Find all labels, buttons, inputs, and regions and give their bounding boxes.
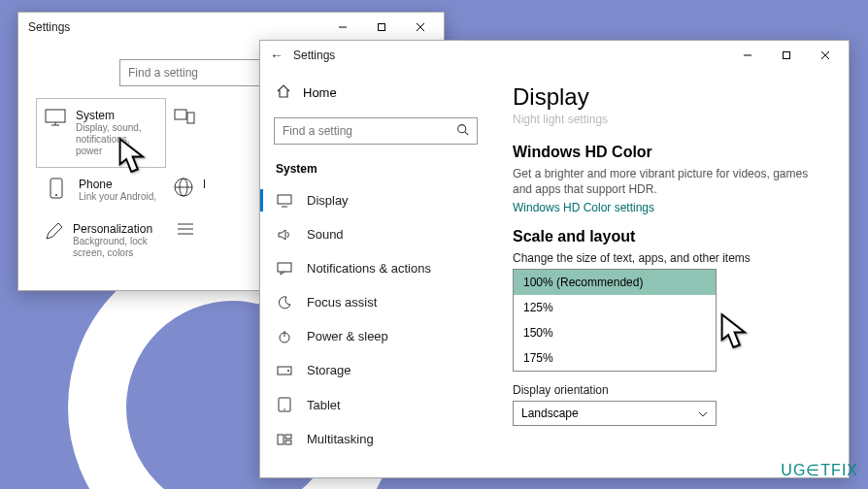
tile-phone[interactable]: Phone Link your Android,: [36, 168, 166, 212]
tile-devices[interactable]: DE: [166, 98, 205, 168]
minimize-button[interactable]: [323, 13, 362, 42]
svg-point-23: [458, 125, 466, 133]
svg-line-24: [465, 132, 468, 135]
hd-color-link[interactable]: Windows HD Color settings: [513, 201, 827, 214]
devices-icon: [174, 108, 195, 158]
tile-desc: Background, lock screen, colors: [73, 236, 158, 259]
hd-color-desc: Get a brighter and more vibrant picture …: [513, 167, 827, 197]
scale-label: Change the size of text, apps, and other…: [513, 251, 827, 265]
svg-rect-9: [175, 110, 186, 119]
sidebar-item-label: Display: [307, 193, 349, 208]
globe-icon: [174, 178, 193, 203]
scale-option-125[interactable]: 125%: [514, 295, 716, 320]
titlebar: Settings: [18, 13, 444, 42]
sound-icon: [276, 228, 293, 242]
sidebar: Home System Display Sound Notifications: [260, 70, 491, 477]
sidebar-item-label: Sound: [307, 227, 344, 242]
svg-point-33: [284, 408, 285, 410]
sidebar-item-label: Power & sleep: [307, 329, 388, 343]
svg-rect-20: [784, 52, 790, 59]
search-icon: [456, 123, 469, 139]
multitask-icon: [276, 434, 293, 445]
sidebar-item-storage[interactable]: Storage: [260, 353, 491, 387]
chevron-down-icon: [698, 407, 708, 420]
scale-option-150[interactable]: 150%: [514, 320, 716, 345]
sidebar-item-label: Notifications & actions: [307, 261, 431, 276]
tile-title: System: [76, 109, 157, 122]
svg-rect-36: [285, 440, 291, 444]
apps-icon: [174, 222, 197, 259]
sidebar-item-display[interactable]: Display: [260, 183, 491, 217]
close-button[interactable]: [806, 41, 845, 70]
sidebar-item-multitasking[interactable]: Multitasking: [260, 422, 491, 456]
search-field[interactable]: [283, 124, 456, 138]
svg-rect-1: [379, 24, 385, 31]
minimize-button[interactable]: [728, 41, 767, 70]
settings-display-window: ← Settings Home System Display: [259, 40, 850, 478]
orientation-select[interactable]: Landscape: [513, 401, 717, 426]
chat-icon: [276, 262, 293, 276]
sidebar-item-tablet[interactable]: Tablet: [260, 387, 491, 422]
svg-rect-10: [187, 113, 194, 123]
monitor-icon: [45, 109, 66, 157]
content-pane: Display Night light settings Windows HD …: [491, 70, 849, 477]
scale-dropdown[interactable]: 100% (Recommended) 125% 150% 175%: [513, 269, 717, 372]
sidebar-item-label: Multitasking: [307, 432, 374, 446]
window-controls: [323, 13, 440, 42]
phone-icon: [44, 178, 69, 203]
tile-desc: Link your Android,: [79, 191, 156, 203]
tablet-icon: [276, 397, 293, 412]
night-light-link[interactable]: Night light settings: [513, 113, 827, 126]
moon-icon: [276, 296, 293, 310]
page-title: Display: [513, 83, 827, 111]
maximize-button[interactable]: [767, 41, 806, 70]
power-icon: [276, 330, 293, 343]
window-controls: [728, 41, 845, 70]
monitor-icon: [276, 194, 293, 208]
scale-option-100[interactable]: 100% (Recommended): [514, 270, 716, 295]
tile-title: Phone: [79, 178, 156, 191]
orientation-value: Landscape: [521, 407, 579, 420]
sidebar-item-notifications[interactable]: Notifications & actions: [260, 251, 491, 285]
tile-desc: Display, sound, notifications, power: [76, 122, 157, 157]
sidebar-item-label: Tablet: [307, 398, 341, 412]
sidebar-item-sound[interactable]: Sound: [260, 217, 491, 251]
orientation-label: Display orientation: [513, 383, 827, 397]
sidebar-item-power-sleep[interactable]: Power & sleep: [260, 319, 491, 353]
sidebar-search[interactable]: [274, 117, 478, 145]
storage-icon: [276, 366, 293, 375]
tile-personalization[interactable]: Personalization Background, lock screen,…: [36, 212, 166, 269]
sidebar-heading: System: [260, 156, 491, 183]
back-button[interactable]: ←: [270, 48, 284, 63]
svg-rect-35: [285, 435, 291, 439]
svg-rect-25: [278, 195, 291, 204]
svg-rect-6: [46, 110, 65, 122]
svg-rect-27: [278, 263, 291, 272]
svg-point-12: [55, 194, 57, 196]
window-title: Settings: [28, 20, 323, 34]
sidebar-item-focus-assist[interactable]: Focus assist: [260, 285, 491, 319]
svg-point-31: [287, 370, 289, 372]
tile-network[interactable]: N: [166, 168, 205, 212]
titlebar: ← Settings: [260, 41, 849, 70]
watermark: UG∈TFIX: [781, 461, 858, 479]
tile-title: Personalization: [73, 222, 158, 236]
maximize-button[interactable]: [362, 13, 401, 42]
sidebar-item-label: Focus assist: [307, 295, 377, 310]
home-label: Home: [303, 85, 337, 100]
hd-color-heading: Windows HD Color: [513, 144, 827, 161]
svg-rect-34: [278, 435, 284, 444]
scale-option-175[interactable]: 175%: [514, 345, 716, 371]
close-button[interactable]: [401, 13, 440, 42]
tile-apps[interactable]: [166, 212, 205, 269]
home-icon: [276, 83, 291, 102]
sidebar-item-label: Storage: [307, 363, 351, 377]
sidebar-home[interactable]: Home: [260, 76, 491, 110]
scale-heading: Scale and layout: [513, 228, 827, 245]
tile-system[interactable]: System Display, sound, notifications, po…: [36, 98, 166, 168]
window-title: Settings: [293, 49, 728, 62]
pen-icon: [44, 222, 63, 259]
